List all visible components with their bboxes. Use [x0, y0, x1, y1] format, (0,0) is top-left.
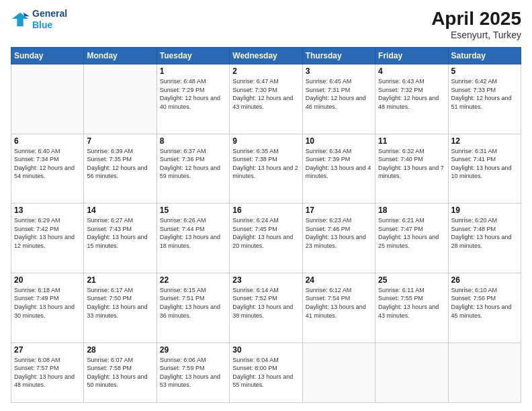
logo-icon: [11, 10, 30, 29]
day-info: Sunrise: 6:17 AM Sunset: 7:50 PM Dayligh…: [87, 286, 153, 320]
day-info: Sunrise: 6:39 AM Sunset: 7:35 PM Dayligh…: [87, 147, 153, 181]
calendar-cell: 2Sunrise: 6:47 AM Sunset: 7:30 PM Daylig…: [230, 64, 302, 134]
calendar-cell: 21Sunrise: 6:17 AM Sunset: 7:50 PM Dayli…: [84, 273, 157, 342]
day-number: 9: [232, 136, 299, 146]
day-info: Sunrise: 6:10 AM Sunset: 7:56 PM Dayligh…: [451, 286, 518, 320]
day-number: 7: [87, 136, 153, 146]
calendar-cell: 14Sunrise: 6:27 AM Sunset: 7:43 PM Dayli…: [84, 203, 157, 273]
day-number: 29: [160, 345, 226, 355]
day-number: 12: [451, 136, 518, 146]
calendar-cell: 4Sunrise: 6:43 AM Sunset: 7:32 PM Daylig…: [375, 64, 448, 134]
day-info: Sunrise: 6:32 AM Sunset: 7:40 PM Dayligh…: [378, 147, 445, 181]
day-number: 20: [14, 275, 81, 285]
day-info: Sunrise: 6:29 AM Sunset: 7:42 PM Dayligh…: [14, 216, 81, 250]
day-number: 13: [14, 205, 81, 215]
day-number: 24: [306, 275, 372, 285]
col-friday: Friday: [375, 48, 448, 64]
calendar-cell: 11Sunrise: 6:32 AM Sunset: 7:40 PM Dayli…: [375, 134, 448, 203]
calendar-week-row: 13Sunrise: 6:29 AM Sunset: 7:42 PM Dayli…: [11, 203, 521, 273]
page: General Blue April 2025 Esenyurt, Turkey…: [0, 0, 532, 411]
day-info: Sunrise: 6:08 AM Sunset: 7:57 PM Dayligh…: [14, 356, 81, 390]
col-thursday: Thursday: [302, 48, 375, 64]
calendar-week-row: 27Sunrise: 6:08 AM Sunset: 7:57 PM Dayli…: [11, 342, 521, 403]
calendar-cell: 28Sunrise: 6:07 AM Sunset: 7:58 PM Dayli…: [84, 342, 157, 403]
calendar-cell: 8Sunrise: 6:37 AM Sunset: 7:36 PM Daylig…: [157, 134, 229, 203]
calendar-cell: 20Sunrise: 6:18 AM Sunset: 7:49 PM Dayli…: [11, 273, 84, 342]
day-number: 15: [160, 205, 226, 215]
day-info: Sunrise: 6:31 AM Sunset: 7:41 PM Dayligh…: [451, 147, 518, 181]
day-info: Sunrise: 6:35 AM Sunset: 7:38 PM Dayligh…: [232, 147, 299, 181]
day-info: Sunrise: 6:43 AM Sunset: 7:32 PM Dayligh…: [378, 77, 445, 111]
day-info: Sunrise: 6:20 AM Sunset: 7:48 PM Dayligh…: [451, 216, 518, 250]
col-sunday: Sunday: [11, 48, 84, 64]
day-info: Sunrise: 6:40 AM Sunset: 7:34 PM Dayligh…: [14, 147, 81, 181]
day-number: 10: [306, 136, 372, 146]
calendar-cell: 23Sunrise: 6:14 AM Sunset: 7:52 PM Dayli…: [230, 273, 302, 342]
day-number: 14: [87, 205, 153, 215]
calendar-cell: 30Sunrise: 6:04 AM Sunset: 8:00 PM Dayli…: [230, 342, 302, 403]
day-info: Sunrise: 6:21 AM Sunset: 7:47 PM Dayligh…: [378, 216, 445, 250]
day-number: 16: [232, 205, 299, 215]
day-info: Sunrise: 6:07 AM Sunset: 7:58 PM Dayligh…: [87, 356, 153, 390]
calendar-header-row: Sunday Monday Tuesday Wednesday Thursday…: [11, 48, 521, 64]
calendar-week-row: 1Sunrise: 6:48 AM Sunset: 7:29 PM Daylig…: [11, 64, 521, 134]
calendar-cell: 19Sunrise: 6:20 AM Sunset: 7:48 PM Dayli…: [448, 203, 521, 273]
calendar-cell: 18Sunrise: 6:21 AM Sunset: 7:47 PM Dayli…: [375, 203, 448, 273]
calendar-cell: [302, 342, 375, 403]
calendar-cell: [11, 64, 84, 134]
location: Esenyurt, Turkey: [431, 30, 521, 40]
day-number: 27: [14, 345, 81, 355]
calendar-table: Sunday Monday Tuesday Wednesday Thursday…: [11, 47, 521, 403]
day-number: 6: [14, 136, 81, 146]
day-number: 19: [451, 205, 518, 215]
day-info: Sunrise: 6:24 AM Sunset: 7:45 PM Dayligh…: [232, 216, 299, 250]
calendar-cell: [448, 342, 521, 403]
day-info: Sunrise: 6:06 AM Sunset: 7:59 PM Dayligh…: [160, 356, 226, 390]
calendar-week-row: 6Sunrise: 6:40 AM Sunset: 7:34 PM Daylig…: [11, 134, 521, 203]
day-info: Sunrise: 6:48 AM Sunset: 7:29 PM Dayligh…: [160, 77, 226, 111]
day-number: 17: [306, 205, 372, 215]
calendar-cell: 5Sunrise: 6:42 AM Sunset: 7:33 PM Daylig…: [448, 64, 521, 134]
day-number: 3: [306, 66, 372, 76]
calendar-cell: 6Sunrise: 6:40 AM Sunset: 7:34 PM Daylig…: [11, 134, 84, 203]
month-title: April 2025: [431, 8, 521, 30]
day-info: Sunrise: 6:45 AM Sunset: 7:31 PM Dayligh…: [306, 77, 372, 111]
col-monday: Monday: [84, 48, 157, 64]
header: General Blue April 2025 Esenyurt, Turkey: [11, 8, 521, 40]
day-number: 30: [232, 345, 299, 355]
day-number: 5: [451, 66, 518, 76]
calendar-cell: 29Sunrise: 6:06 AM Sunset: 7:59 PM Dayli…: [157, 342, 229, 403]
day-info: Sunrise: 6:34 AM Sunset: 7:39 PM Dayligh…: [306, 147, 372, 181]
day-info: Sunrise: 6:47 AM Sunset: 7:30 PM Dayligh…: [232, 77, 299, 111]
col-tuesday: Tuesday: [157, 48, 229, 64]
day-info: Sunrise: 6:04 AM Sunset: 8:00 PM Dayligh…: [232, 356, 299, 390]
day-number: 2: [232, 66, 299, 76]
col-saturday: Saturday: [448, 48, 521, 64]
day-info: Sunrise: 6:18 AM Sunset: 7:49 PM Dayligh…: [14, 286, 81, 320]
calendar-cell: 3Sunrise: 6:45 AM Sunset: 7:31 PM Daylig…: [302, 64, 375, 134]
day-info: Sunrise: 6:42 AM Sunset: 7:33 PM Dayligh…: [451, 77, 518, 111]
title-block: April 2025 Esenyurt, Turkey: [431, 8, 521, 40]
calendar-cell: 26Sunrise: 6:10 AM Sunset: 7:56 PM Dayli…: [448, 273, 521, 342]
day-number: 26: [451, 275, 518, 285]
day-number: 25: [378, 275, 445, 285]
calendar-cell: 9Sunrise: 6:35 AM Sunset: 7:38 PM Daylig…: [230, 134, 302, 203]
day-number: 23: [232, 275, 299, 285]
calendar-cell: 17Sunrise: 6:23 AM Sunset: 7:46 PM Dayli…: [302, 203, 375, 273]
calendar-cell: 25Sunrise: 6:11 AM Sunset: 7:55 PM Dayli…: [375, 273, 448, 342]
day-info: Sunrise: 6:23 AM Sunset: 7:46 PM Dayligh…: [306, 216, 372, 250]
day-number: 4: [378, 66, 445, 76]
calendar-cell: 24Sunrise: 6:12 AM Sunset: 7:54 PM Dayli…: [302, 273, 375, 342]
calendar-cell: 22Sunrise: 6:15 AM Sunset: 7:51 PM Dayli…: [157, 273, 229, 342]
day-number: 11: [378, 136, 445, 146]
day-info: Sunrise: 6:14 AM Sunset: 7:52 PM Dayligh…: [232, 286, 299, 320]
calendar-cell: [84, 64, 157, 134]
calendar-cell: 27Sunrise: 6:08 AM Sunset: 7:57 PM Dayli…: [11, 342, 84, 403]
day-info: Sunrise: 6:27 AM Sunset: 7:43 PM Dayligh…: [87, 216, 153, 250]
day-number: 1: [160, 66, 226, 76]
calendar-week-row: 20Sunrise: 6:18 AM Sunset: 7:49 PM Dayli…: [11, 273, 521, 342]
day-info: Sunrise: 6:11 AM Sunset: 7:55 PM Dayligh…: [378, 286, 445, 320]
calendar-cell: 10Sunrise: 6:34 AM Sunset: 7:39 PM Dayli…: [302, 134, 375, 203]
calendar-cell: 16Sunrise: 6:24 AM Sunset: 7:45 PM Dayli…: [230, 203, 302, 273]
calendar-cell: 1Sunrise: 6:48 AM Sunset: 7:29 PM Daylig…: [157, 64, 229, 134]
